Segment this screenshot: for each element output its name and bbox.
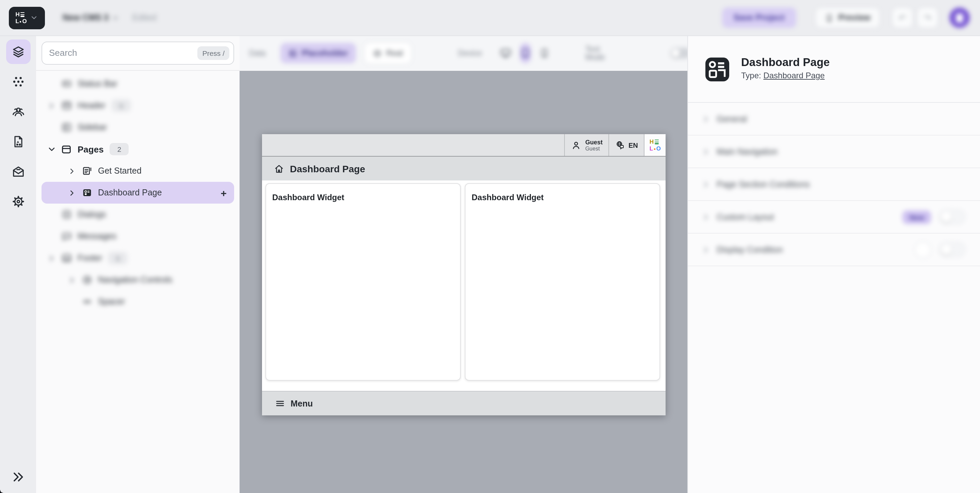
new-badge: New (903, 210, 931, 224)
section-display-condition[interactable]: Display Condition (688, 234, 980, 266)
search-input[interactable] (42, 48, 198, 58)
collapse-chevron-icon[interactable] (46, 145, 57, 153)
rail-item-users[interactable] (6, 99, 30, 124)
chevron-down-icon (112, 14, 119, 21)
display-condition-toggle[interactable] (939, 243, 965, 257)
preview-content: Dashboard Widget Dashboard Widget (262, 180, 666, 391)
rail-item-structure[interactable] (6, 40, 30, 64)
expand-chevron-icon[interactable] (66, 276, 78, 284)
rail-item-settings[interactable] (6, 189, 30, 214)
section-general[interactable]: General (688, 103, 980, 136)
tree-item-footer[interactable]: Footer 1 (41, 247, 234, 269)
save-project-button[interactable]: Save Project (722, 8, 796, 28)
expand-chevron-icon[interactable] (46, 102, 57, 109)
widget-title: Dashboard Widget (472, 193, 544, 202)
preview-label: Preview (838, 13, 870, 22)
device-label: Device (458, 49, 482, 57)
canvas-toolbar: Data Placeholder Real Device Text Mode (240, 35, 687, 72)
header-icon (60, 100, 72, 111)
page-preview-frame: Guest Guest EN H L O (262, 134, 666, 415)
section-page-section-conditions[interactable]: Page Section Conditions (688, 168, 980, 201)
apps-grid-icon (11, 75, 25, 89)
dashboard-widget-card[interactable]: Dashboard Widget (465, 183, 660, 381)
preview-button[interactable]: Preview (815, 8, 880, 28)
tree-item-pages[interactable]: Pages 2 (41, 138, 234, 160)
sidebar-icon (60, 122, 72, 133)
undo-button[interactable]: ↶ (892, 8, 913, 28)
tree-item-messages[interactable]: Messages (41, 225, 234, 247)
expand-chevron-icon[interactable] (66, 189, 78, 196)
language-chip[interactable]: EN (609, 134, 644, 156)
helo-logo-icon: H L O (649, 139, 661, 151)
section-custom-layout[interactable]: Custom Layout New (688, 201, 980, 234)
device-desktop-button[interactable] (500, 47, 512, 59)
chevron-right-icon (702, 115, 710, 123)
custom-layout-toggle[interactable] (939, 210, 965, 224)
users-icon (11, 105, 25, 118)
expand-panel-button[interactable] (11, 471, 24, 483)
canvas-background: Guest Guest EN H L O (240, 71, 687, 493)
article-icon (81, 166, 92, 176)
helo-logo-icon: H L O (15, 12, 27, 24)
inspector-header: Dashboard Page Type: Dashboard Page (688, 35, 980, 103)
mail-icon (11, 165, 25, 179)
tree-item-header[interactable]: Header 1 (41, 95, 234, 116)
monitor-icon (500, 47, 512, 59)
chevron-right-icon (702, 213, 710, 221)
rail-item-media[interactable] (6, 129, 30, 154)
expand-chevron-icon[interactable] (66, 167, 78, 175)
count-badge: 2 (110, 143, 129, 155)
preview-menu-bar[interactable]: Menu (262, 391, 666, 415)
redo-button[interactable]: ↷ (917, 8, 938, 28)
project-name[interactable]: New CMS 3 (63, 13, 108, 22)
section-main-navigation[interactable]: Main Navigation (688, 136, 980, 168)
app-logo-menu[interactable]: H L O (9, 6, 45, 29)
data-label: Data (249, 49, 266, 57)
footer-icon (60, 253, 72, 263)
pages-icon (60, 144, 72, 155)
data-mode-placeholder-button[interactable]: Placeholder (281, 43, 356, 63)
spacer-icon (81, 296, 92, 307)
user-chip[interactable]: Guest Guest (564, 134, 609, 156)
device-phone-button[interactable] (539, 48, 550, 59)
person-icon (571, 140, 581, 150)
tree-item-get-started[interactable]: Get Started (41, 160, 234, 182)
database-icon (373, 49, 382, 57)
rail-item-components[interactable] (6, 69, 30, 94)
widget-title: Dashboard Widget (272, 193, 344, 202)
add-section-button[interactable]: + (221, 188, 227, 198)
nav-controls-icon (81, 274, 92, 285)
structure-panel: Press / Status Bar Header 1 (36, 35, 240, 493)
status-bar-icon (60, 78, 72, 89)
device-tablet-button[interactable] (520, 43, 531, 63)
type-link[interactable]: Dashboard Page (763, 71, 824, 80)
data-mode-real-button[interactable]: Real (364, 42, 412, 64)
expand-chevron-icon[interactable] (46, 254, 57, 262)
tree-item-dialogs[interactable]: Dialogs (41, 204, 234, 225)
chevron-right-icon (702, 246, 710, 254)
rail-item-mail[interactable] (6, 160, 30, 184)
chevron-right-icon (702, 180, 710, 188)
tree-item-status-bar[interactable]: Status Bar (41, 73, 234, 95)
inspector-panel: Dashboard Page Type: Dashboard Page Gene… (687, 35, 980, 493)
search-row: Press / (36, 35, 240, 71)
preview-page-title-bar[interactable]: Dashboard Page (262, 156, 666, 180)
phone-icon (824, 13, 833, 22)
message-icon (60, 231, 72, 242)
tree-item-sidebar[interactable]: Sidebar (41, 116, 234, 138)
search-shortcut-hint: Press / (198, 46, 229, 60)
settings-gear-icon (11, 195, 25, 208)
screen: H L O New CMS 3 Edited Save Project Prev… (0, 0, 980, 493)
preview-brand-chip[interactable]: H L O (644, 134, 666, 156)
search-box[interactable]: Press / (41, 41, 234, 64)
inspector-title: Dashboard Page (741, 55, 830, 69)
condition-icon-button[interactable] (915, 241, 931, 258)
dashboard-widget-card[interactable]: Dashboard Widget (266, 183, 461, 381)
tree-item-navigation-controls[interactable]: Navigation Controls (41, 269, 234, 291)
top-bar: H L O New CMS 3 Edited Save Project Prev… (0, 0, 980, 36)
text-mode-label: Text Mode (585, 45, 605, 61)
user-avatar[interactable] (950, 8, 970, 28)
tree-item-spacer[interactable]: Spacer (41, 291, 234, 313)
chevron-down-icon (30, 14, 38, 22)
tree-item-dashboard-page[interactable]: Dashboard Page + (41, 182, 234, 204)
